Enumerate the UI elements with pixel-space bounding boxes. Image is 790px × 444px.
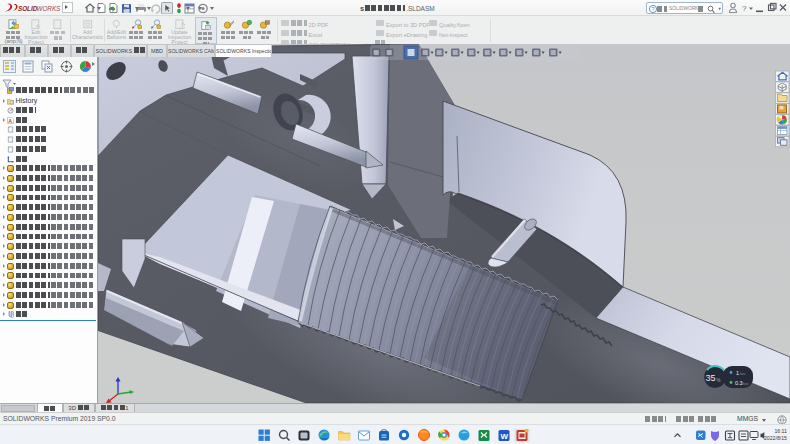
svg-text:1: 1 bbox=[736, 370, 739, 376]
svg-text:W: W bbox=[500, 432, 508, 441]
svg-text:?: ? bbox=[742, 4, 747, 13]
svg-text:WORKS: WORKS bbox=[37, 5, 62, 12]
svg-text:?: ? bbox=[651, 6, 655, 12]
svg-text:35: 35 bbox=[706, 373, 716, 383]
svg-text:kov: kov bbox=[743, 382, 749, 386]
svg-text:SOLID: SOLID bbox=[18, 5, 38, 12]
svg-text:kov: kov bbox=[740, 372, 746, 376]
svg-text:A: A bbox=[8, 117, 12, 123]
svg-text:%: % bbox=[717, 378, 721, 383]
svg-text:0.3: 0.3 bbox=[735, 380, 743, 386]
